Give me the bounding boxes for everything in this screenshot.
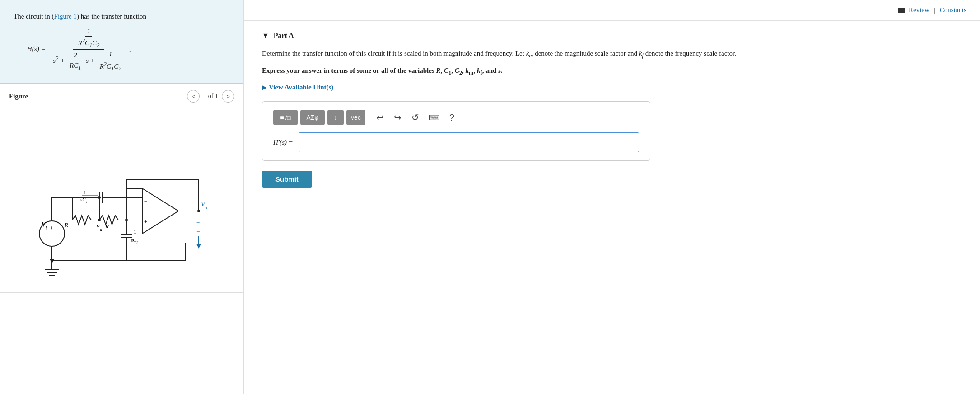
part-title: Part A <box>274 32 294 40</box>
svg-text:+: + <box>144 218 147 225</box>
transfer-function-box: The circuit in (Figure 1) has the transf… <box>0 0 243 84</box>
part-section: ▼ Part A Determine the transfer function… <box>244 21 980 188</box>
intro-text: The circuit in (Figure 1) has the transf… <box>14 11 230 23</box>
reset-button[interactable]: ↺ <box>408 110 423 125</box>
figure-header: Figure < 1 of 1 > <box>9 90 234 103</box>
separator: | <box>934 6 935 14</box>
prev-figure-button[interactable]: < <box>187 90 200 103</box>
svg-text:sC2: sC2 <box>131 237 139 245</box>
review-label: Review <box>909 6 929 14</box>
matrix-icon: ■ <box>280 114 284 121</box>
inner-num: 1 <box>85 27 93 37</box>
circuit-svg: + − Vi R <box>27 116 217 279</box>
math-toolbar: ■ √□ ΑΣφ ↕ vec ↩ ↪ ↺ ⌨ ? <box>273 110 639 125</box>
svg-text:−: − <box>144 198 147 204</box>
svg-text:1: 1 <box>134 229 136 235</box>
svg-text:R: R <box>105 223 109 230</box>
right-panel: Review | Constants ▼ Part A Determine th… <box>244 0 980 394</box>
part-header: ▼ Part A <box>262 32 962 40</box>
matrix-sqrt-button[interactable]: ■ √□ <box>273 110 298 125</box>
figure-title: Figure <box>9 93 28 100</box>
answer-input[interactable] <box>299 132 639 152</box>
submit-button[interactable]: Submit <box>262 171 312 188</box>
part-description: Determine the transfer function of this … <box>262 48 759 61</box>
intro-part1: The circuit in ( <box>14 13 54 20</box>
hs-label: H(s) = <box>27 45 46 52</box>
review-icon <box>898 8 905 13</box>
svg-text:R: R <box>64 221 68 228</box>
transfer-function-math: H(s) = 1 R2C1C2 s2 + 2 RC1 <box>27 27 230 73</box>
svg-text:Vo: Vo <box>201 201 207 210</box>
svg-text:Va: Va <box>96 223 102 232</box>
hs-prime-label: H <box>273 139 278 146</box>
sqrt-icon: √□ <box>284 114 291 121</box>
svg-marker-28 <box>142 188 178 234</box>
fraction-denominator: s2 + 2 RC1 s + 1 R2C1C2 <box>51 50 126 72</box>
arrows-button[interactable]: ↕ <box>327 110 344 125</box>
circuit-diagram: + − Vi R <box>9 107 234 288</box>
svg-text:+: + <box>50 225 54 231</box>
intro-part2: ) has the transfer function <box>77 13 146 20</box>
svg-text:1: 1 <box>84 189 86 196</box>
figure-section: Figure < 1 of 1 > + − Vi <box>0 84 243 293</box>
const-fraction: 1 R2C1C2 <box>98 50 123 72</box>
svg-marker-38 <box>196 244 201 249</box>
answer-box: ■ √□ ΑΣφ ↕ vec ↩ ↪ ↺ ⌨ ? H′(s) = <box>262 101 650 161</box>
fraction-numerator: 1 R2C1C2 <box>73 27 104 50</box>
keyboard-button[interactable]: ⌨ <box>425 110 443 125</box>
express-instruction: Express your answer in terms of some or … <box>262 67 962 76</box>
redo-button[interactable]: ↪ <box>390 110 405 125</box>
kf-var: kf <box>639 50 644 57</box>
constants-link[interactable]: Constants <box>940 6 966 14</box>
part-arrow-icon: ▼ <box>262 32 269 40</box>
top-bar: Review | Constants <box>244 0 980 21</box>
svg-point-27 <box>98 196 101 199</box>
svg-text:+: + <box>196 219 200 226</box>
next-figure-button[interactable]: > <box>222 90 234 103</box>
review-link[interactable]: Review <box>898 6 929 14</box>
fraction-inner-num: 1 R2C1C2 <box>76 27 101 49</box>
svg-text:−: − <box>196 228 200 235</box>
coeff-fraction: 2 RC1 <box>68 51 83 71</box>
view-hint[interactable]: ▶ View Available Hint(s) <box>262 84 962 91</box>
answer-row: H′(s) = <box>273 132 639 152</box>
fraction-outer: 1 R2C1C2 s2 + 2 RC1 s + 1 R2C1C2 <box>51 27 126 73</box>
undo-button[interactable]: ↩ <box>373 110 387 125</box>
figure-link[interactable]: Figure 1 <box>54 13 77 20</box>
page-indicator: 1 of 1 <box>203 93 218 100</box>
help-button[interactable]: ? <box>446 110 458 125</box>
figure-nav: < 1 of 1 > <box>187 90 234 103</box>
hint-arrow-icon: ▶ <box>262 84 266 91</box>
hint-label: View Available Hint(s) <box>269 84 333 91</box>
left-panel: The circuit in (Figure 1) has the transf… <box>0 0 244 394</box>
km-var: km <box>526 50 533 57</box>
svg-text:−: − <box>50 234 54 240</box>
inner-den: R2C1C2 <box>76 37 101 49</box>
answer-label: H′(s) = <box>273 139 293 146</box>
alpha-sigma-button[interactable]: ΑΣφ <box>300 110 325 125</box>
vec-button[interactable]: vec <box>346 110 365 125</box>
